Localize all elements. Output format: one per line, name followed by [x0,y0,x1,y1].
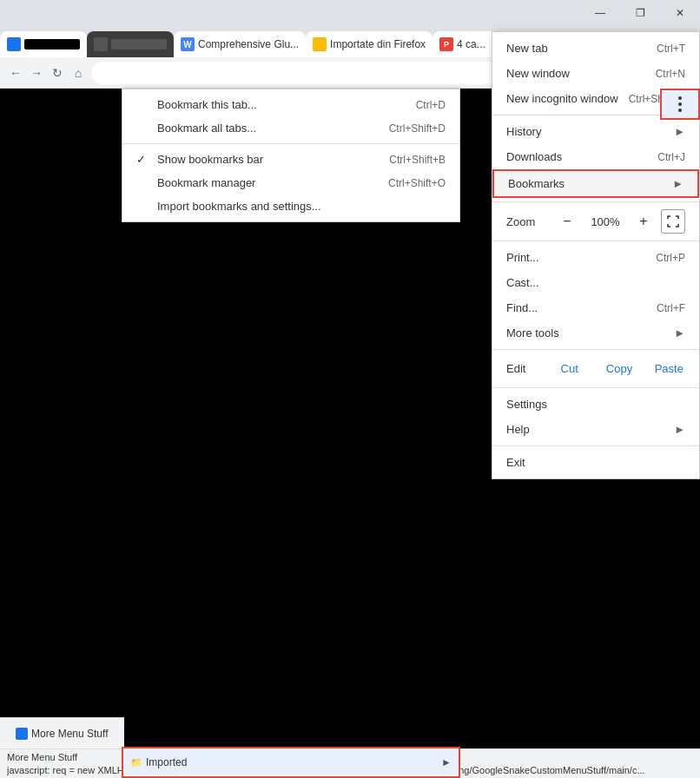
imported-label: Imported [146,756,187,768]
settings-item[interactable]: Settings [492,392,699,417]
fullscreen-button[interactable] [661,209,685,234]
history-item[interactable]: History ► [492,119,699,144]
titlebar: — ❐ ✕ [0,0,700,26]
bookmark-manager[interactable]: Bookmark manager Ctrl+Shift+O [122,171,459,194]
tab-3[interactable]: W Comprehensive Glu... [174,31,306,57]
menu-divider-4 [492,349,699,350]
menu-divider-5 [492,387,699,388]
tab-3-favicon: W [181,37,195,51]
import-bookmarks[interactable]: Import bookmarks and settings... [122,194,459,218]
tab-4[interactable]: Importate din Firefox [306,31,433,57]
titlebar-controls: — ❐ ✕ [580,0,700,26]
folder-icon: 📁 [130,756,142,768]
more-menu-stuff-label: More Menu Stuff [31,728,109,740]
close-button[interactable]: ✕ [660,0,700,26]
tab-2-favicon [94,37,108,51]
show-bookmarks-bar[interactable]: ✓ Show bookmarks bar Ctrl+Shift+B [122,148,459,171]
copy-button[interactable]: Copy [596,357,642,380]
edit-label: Edit [499,359,543,379]
tab-2-text [111,39,167,49]
new-tab-item[interactable]: New tab Ctrl+T [492,36,699,61]
more-menu-stuff-favicon [16,728,28,740]
bookmarks-item[interactable]: Bookmarks ► [492,169,699,198]
zoom-row: Zoom − 100% + [492,206,699,237]
more-tools-item[interactable]: More tools ► [492,320,699,346]
tab-4-favicon [313,37,327,51]
menu-divider-3 [492,241,699,241]
zoom-minus-button[interactable]: − [555,209,579,234]
help-arrow: ► [674,423,685,436]
tab-1[interactable] [0,31,87,57]
exit-item[interactable]: Exit [492,450,699,475]
forward-button[interactable]: → [28,64,45,82]
find-item[interactable]: Find... Ctrl+F [492,295,699,320]
zoom-label: Zoom [506,215,550,228]
tab-4-text: Importate din Firefox [330,38,426,50]
bookmarks-arrow: ► [672,177,683,190]
cast-item[interactable]: Cast... [492,270,699,295]
zoom-value: 100% [584,215,626,228]
zoom-plus-button[interactable]: + [631,209,656,234]
new-window-item[interactable]: New window Ctrl+N [492,61,699,86]
tab-1-text [24,39,80,49]
three-dots-icon [678,96,682,112]
history-arrow: ► [674,125,685,138]
tab-3-text: Comprehensive Glu... [198,38,299,50]
bookmarks-submenu: Bookmark this tab... Ctrl+D Bookmark all… [122,89,460,222]
bookmark-all-tabs[interactable]: Bookmark all tabs... Ctrl+Shift+D [122,116,459,140]
help-item[interactable]: Help ► [492,417,699,442]
tab-2[interactable] [87,31,174,57]
restore-button[interactable]: ❐ [620,0,660,26]
tab-1-favicon [7,37,21,51]
submenu-divider-1 [122,143,459,144]
bookmark-this-tab[interactable]: Bookmark this tab... Ctrl+D [122,93,459,116]
more-menu-stuff-item[interactable]: More Menu Stuff [7,722,117,745]
menu-divider-6 [492,445,699,446]
refresh-button[interactable]: ↻ [49,64,66,82]
menu-divider-2 [492,201,699,202]
tab-5-favicon: P [439,37,453,51]
imported-arrow: ► [441,756,452,768]
cut-button[interactable]: Cut [546,357,592,380]
paste-button[interactable]: Paste [646,357,692,380]
nav-icons: ← → ↻ ⌂ [7,64,87,82]
print-item[interactable]: Print... Ctrl+P [492,245,699,270]
home-button[interactable]: ⌂ [69,64,87,82]
downloads-item[interactable]: Downloads Ctrl+J [492,144,699,169]
back-button[interactable]: ← [7,64,24,82]
bookmarks-bar: More Menu Stuff [0,717,124,748]
imported-folder-item[interactable]: 📁 Imported ► [122,747,460,778]
minimize-button[interactable]: — [580,0,620,26]
edit-row: Edit Cut Copy Paste [492,353,699,384]
more-tools-arrow: ► [674,326,685,340]
menu-button[interactable] [660,89,700,120]
